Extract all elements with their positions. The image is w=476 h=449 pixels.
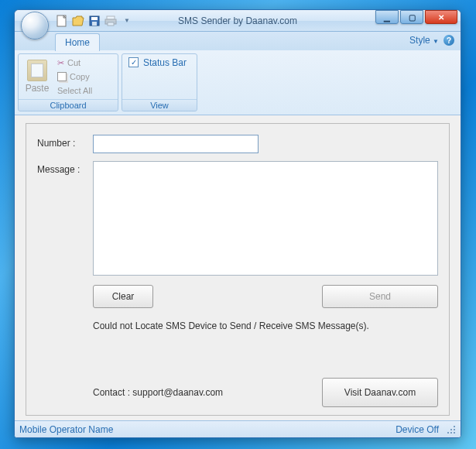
resize-grip-icon[interactable] xyxy=(447,425,456,434)
scissors-icon: ✂ xyxy=(57,58,64,68)
status-left: Mobile Operator Name xyxy=(19,424,113,435)
qat-chevron-down-icon[interactable]: ▼ xyxy=(120,14,134,28)
quick-access-toolbar: ▼ xyxy=(55,10,134,31)
message-label: Message : xyxy=(37,161,85,175)
clipboard-group-label: Clipboard xyxy=(19,99,118,111)
clear-button[interactable]: Clear xyxy=(93,285,153,308)
status-bar-label: Status Bar xyxy=(143,57,187,68)
svg-rect-3 xyxy=(92,22,97,26)
chevron-down-icon: ▼ xyxy=(433,38,439,45)
status-message: Could not Locate SMS Device to Send / Re… xyxy=(37,320,438,331)
paste-icon xyxy=(27,60,47,81)
copy-icon xyxy=(57,72,67,81)
ribbon-group-view: ✓ Status Bar View xyxy=(122,53,197,111)
app-window: ▼ SMS Sender by Daanav.com ▁ ▢ ✕ Home St… xyxy=(14,9,461,438)
visit-button[interactable]: Visit Daanav.com xyxy=(322,378,438,407)
tab-home[interactable]: Home xyxy=(55,33,100,51)
close-button[interactable]: ✕ xyxy=(425,10,457,24)
number-label: Number : xyxy=(37,135,85,149)
number-input[interactable] xyxy=(93,135,259,153)
print-icon[interactable] xyxy=(104,14,118,28)
select-all-button[interactable]: Select All xyxy=(56,85,94,96)
view-group-label: View xyxy=(122,99,197,111)
save-icon[interactable] xyxy=(87,14,101,28)
send-button[interactable]: Send xyxy=(322,285,438,308)
titlebar: ▼ SMS Sender by Daanav.com ▁ ▢ ✕ xyxy=(15,10,461,32)
style-dropdown[interactable]: Style ▼ xyxy=(409,35,439,46)
status-right: Device Off xyxy=(396,424,439,435)
form-wrap: Number : Message : Clear Send Could not … xyxy=(26,123,450,416)
ribbon-tab-strip: Home Style ▼ ? xyxy=(15,32,461,50)
contact-text: Contact : support@daanav.com xyxy=(93,387,223,398)
ribbon-body: Paste ✂Cut Copy Select All Clipboard ✓ S… xyxy=(15,50,461,115)
maximize-button[interactable]: ▢ xyxy=(400,10,423,24)
svg-rect-2 xyxy=(91,17,98,20)
ribbon-group-clipboard: Paste ✂Cut Copy Select All Clipboard xyxy=(18,53,118,111)
paste-button[interactable]: Paste xyxy=(22,56,53,98)
status-bar: Mobile Operator Name Device Off xyxy=(15,420,461,437)
svg-rect-6 xyxy=(108,22,114,26)
message-textarea[interactable] xyxy=(93,161,438,276)
copy-button[interactable]: Copy xyxy=(56,71,94,82)
client-area: Number : Message : Clear Send Could not … xyxy=(15,115,461,420)
window-controls: ▁ ▢ ✕ xyxy=(375,10,457,24)
status-bar-checkbox[interactable]: ✓ xyxy=(128,57,139,67)
svg-rect-4 xyxy=(107,16,115,19)
open-file-icon[interactable] xyxy=(71,14,85,28)
app-orb-button[interactable] xyxy=(21,12,49,39)
paste-label: Paste xyxy=(26,83,50,94)
help-icon[interactable]: ? xyxy=(443,35,454,46)
new-file-icon[interactable] xyxy=(55,14,69,28)
minimize-button[interactable]: ▁ xyxy=(375,10,399,24)
cut-button[interactable]: ✂Cut xyxy=(56,57,94,69)
